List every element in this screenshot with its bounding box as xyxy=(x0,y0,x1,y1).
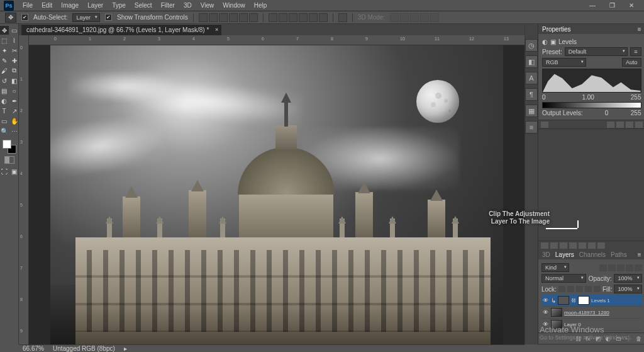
levels-mini-icon[interactable] xyxy=(550,242,558,249)
properties-tab[interactable]: Properties xyxy=(542,26,571,33)
curves-icon[interactable] xyxy=(560,242,567,249)
preset-dropdown[interactable]: Default xyxy=(565,47,628,56)
mask-link-icon[interactable]: ⛓ xyxy=(571,298,576,304)
exposure-icon[interactable] xyxy=(569,242,577,249)
blend-mode-dropdown[interactable]: Normal xyxy=(541,274,586,283)
clip-to-layer-icon[interactable] xyxy=(541,122,548,128)
menu-image[interactable]: Image xyxy=(57,1,82,10)
layer-row-moon[interactable]: 👁 moon-418973_1280 xyxy=(541,307,642,319)
history-brush-tool[interactable]: ↺ xyxy=(0,76,9,85)
hand-tool[interactable]: ✋ xyxy=(10,116,19,125)
document-info[interactable]: Untagged RGB (8bpc) xyxy=(53,345,115,352)
paragraph-panel-icon[interactable]: ¶ xyxy=(525,88,538,101)
lock-transparency-icon[interactable] xyxy=(558,286,565,292)
auto-select-checkbox[interactable]: ✔ xyxy=(21,14,28,21)
layer-name[interactable]: Levels 1 xyxy=(591,298,642,304)
actions-panel-icon[interactable]: ≡ xyxy=(525,121,538,133)
dist-2-icon[interactable] xyxy=(279,13,287,22)
layers-menu-icon[interactable]: ≡ xyxy=(638,251,641,258)
toggle-vis-icon[interactable] xyxy=(626,122,633,128)
more-tools[interactable]: ⋯ xyxy=(10,127,19,135)
menu-layer[interactable]: Layer xyxy=(84,1,107,10)
dist-5-icon[interactable] xyxy=(309,13,318,22)
levels-histogram[interactable] xyxy=(542,69,641,93)
character-panel-icon[interactable]: A xyxy=(525,72,538,84)
ruler-horizontal[interactable]: 0 1 2 3 4 5 6 7 8 9 10 11 12 13 xyxy=(29,35,525,45)
filter-type-icon[interactable] xyxy=(617,264,625,271)
mask-thumb[interactable] xyxy=(578,296,589,305)
window-restore-icon[interactable]: ❐ xyxy=(606,1,619,10)
swatches-panel-icon[interactable]: ▦ xyxy=(525,105,538,117)
adjustment-thumb[interactable] xyxy=(558,296,569,305)
panel-menu-icon[interactable]: ≡ xyxy=(638,26,641,33)
quick-select-tool[interactable]: ✦ xyxy=(0,46,9,55)
path-tool[interactable]: ↗ xyxy=(10,106,19,115)
delete-adj-icon[interactable] xyxy=(635,122,643,128)
dist-4-icon[interactable] xyxy=(299,13,308,22)
brightness-icon[interactable] xyxy=(541,242,548,249)
lock-all-icon[interactable] xyxy=(594,286,601,292)
window-close-icon[interactable]: ✕ xyxy=(625,1,638,10)
out-black-value[interactable]: 0 xyxy=(605,110,609,116)
ruler-vertical[interactable]: 0 1 2 3 4 5 6 7 8 9 xyxy=(19,35,29,344)
align-left-icon[interactable] xyxy=(229,13,238,22)
move-tool-indicator-icon[interactable]: ✥ xyxy=(5,13,16,23)
status-caret-icon[interactable]: ▸ xyxy=(124,345,127,352)
move-tool[interactable]: ✥ xyxy=(0,26,9,35)
vibrance-icon[interactable] xyxy=(579,242,586,249)
visibility-toggle-icon[interactable]: 👁 xyxy=(541,297,549,304)
layer-thumb[interactable] xyxy=(551,308,562,317)
tab-channels[interactable]: Channels xyxy=(579,251,606,258)
marquee-tool[interactable]: ⬚ xyxy=(0,36,9,45)
pen-tool[interactable]: ✒ xyxy=(10,96,19,105)
crop-tool[interactable]: ✂ xyxy=(10,46,19,55)
dist-3-icon[interactable] xyxy=(289,13,297,22)
foreground-swatch[interactable] xyxy=(3,140,11,149)
type-tool[interactable]: T xyxy=(0,106,9,115)
channel-dropdown[interactable]: RGB xyxy=(542,58,586,67)
filter-pixel-icon[interactable] xyxy=(599,264,607,271)
artboard-tool[interactable]: ▭ xyxy=(10,26,19,35)
align-right-icon[interactable] xyxy=(249,13,258,22)
auto-button[interactable]: Auto xyxy=(622,58,641,67)
align-bottom-icon[interactable] xyxy=(219,13,228,22)
menu-edit[interactable]: Edit xyxy=(38,1,56,10)
tab-paths[interactable]: Paths xyxy=(611,251,627,258)
in-white-value[interactable]: 255 xyxy=(631,94,641,101)
shape-tool[interactable]: ▭ xyxy=(0,116,9,125)
dist-1-icon[interactable] xyxy=(269,13,277,22)
delete-layer-icon[interactable]: 🗑 xyxy=(635,335,643,342)
align-vcenter-icon[interactable] xyxy=(209,13,218,22)
healing-tool[interactable]: ✚ xyxy=(10,56,19,65)
dist-6-icon[interactable] xyxy=(319,13,328,22)
tab-layers[interactable]: Layers xyxy=(555,251,574,258)
zoom-tool[interactable]: 🔍 xyxy=(0,127,9,135)
eraser-tool[interactable]: ◧ xyxy=(10,76,19,85)
close-tab-icon[interactable]: × xyxy=(215,26,218,33)
history-panel-icon[interactable]: ◷ xyxy=(525,39,538,52)
gradient-tool[interactable]: ▤ xyxy=(0,86,9,95)
dodge-tool[interactable]: ◐ xyxy=(0,96,9,105)
opacity-input[interactable]: 100% xyxy=(614,274,641,283)
screen-mode-icon[interactable]: ⛶ xyxy=(0,167,9,176)
menu-file[interactable]: File xyxy=(19,1,36,10)
lock-position-icon[interactable] xyxy=(576,286,583,292)
menu-select[interactable]: Select xyxy=(131,1,156,10)
zoom-level[interactable]: 66.67% xyxy=(23,345,44,352)
document-canvas[interactable] xyxy=(50,45,503,344)
window-minimize-icon[interactable]: — xyxy=(586,1,599,10)
quick-mask-toggle[interactable] xyxy=(4,156,14,164)
screen-mode-2-icon[interactable]: ▣ xyxy=(10,167,19,176)
in-mid-value[interactable]: 1.00 xyxy=(582,94,594,101)
menu-window[interactable]: Window xyxy=(219,1,249,10)
align-hcenter-icon[interactable] xyxy=(239,13,248,22)
canvas-viewport[interactable] xyxy=(29,45,525,344)
align-top-icon[interactable] xyxy=(199,13,208,22)
stamp-tool[interactable]: ⧉ xyxy=(10,66,19,75)
layer-row-levels[interactable]: 👁 ↳ ⛓ Levels 1 xyxy=(541,295,642,307)
menu-help[interactable]: Help xyxy=(250,1,271,10)
filter-adj-icon[interactable] xyxy=(608,264,616,271)
in-black-value[interactable]: 0 xyxy=(542,94,546,101)
color-panel-icon[interactable]: ◧ xyxy=(525,55,538,68)
filter-shape-icon[interactable] xyxy=(626,264,633,271)
